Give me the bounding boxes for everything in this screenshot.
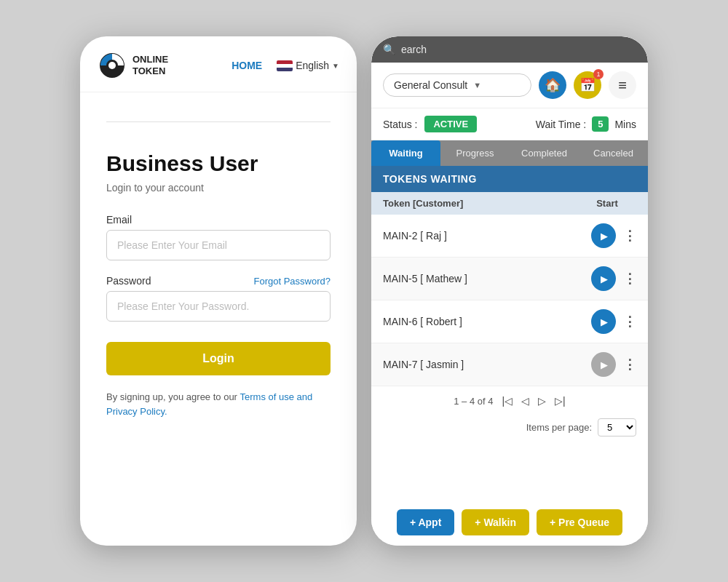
status-left: Status : ACTIVE <box>383 116 477 132</box>
status-right: Wait Time : 5 Mins <box>536 116 636 132</box>
wait-unit: Mins <box>614 119 636 130</box>
pagination: 1 – 4 of 4 |◁ ◁ ▷ ▷| <box>371 386 648 415</box>
more-options-button[interactable]: ⋮ <box>623 356 636 372</box>
tokens-header: TOKENS WAITING <box>371 166 648 192</box>
more-options-button[interactable]: ⋮ <box>623 228 636 244</box>
password-header: Password Forgot Password? <box>106 275 331 287</box>
phones-container: ONLINE TOKEN HOME English ▼ <box>0 0 728 582</box>
terms-link[interactable]: Terms of use and Privacy Policy. <box>106 391 312 417</box>
header-nav: HOME English ▼ <box>232 60 339 71</box>
login-subtitle: Login to your account <box>106 182 331 194</box>
right-phone-inner: 🔍 earch General Consult ▼ 🏠 📅 1 ≡ <box>371 36 648 546</box>
tab-waiting[interactable]: Waiting <box>371 140 440 166</box>
chevron-down-icon: ▼ <box>332 62 339 70</box>
more-options-button[interactable]: ⋮ <box>623 271 636 287</box>
right-phone: 🔍 earch General Consult ▼ 🏠 📅 1 ≡ <box>371 36 648 546</box>
play-icon: ▶ <box>601 274 608 284</box>
logo-text: ONLINE TOKEN <box>132 54 168 76</box>
play-button[interactable]: ▶ <box>591 266 616 291</box>
menu-button[interactable]: ≡ <box>609 71 636 99</box>
status-badge: ACTIVE <box>424 116 477 132</box>
next-page-button[interactable]: ▷ <box>538 395 546 407</box>
wait-time-value: 5 <box>592 116 609 132</box>
language-selector[interactable]: English ▼ <box>277 60 339 71</box>
prequeue-button[interactable]: + Pre Queue <box>537 509 622 535</box>
table-row: MAIN-5 [ Mathew ] ▶ ⋮ <box>371 258 648 300</box>
prev-page-button[interactable]: ◁ <box>521 395 529 407</box>
last-page-button[interactable]: ▷| <box>555 395 566 407</box>
email-group: Email <box>106 214 331 260</box>
col-token-header: Token [Customer] <box>383 198 578 209</box>
items-per-page-label: Items per page: <box>526 422 592 433</box>
tab-completed[interactable]: Completed <box>510 140 579 166</box>
play-icon: ▶ <box>601 316 608 327</box>
wait-label: Wait Time : <box>536 119 587 130</box>
table-header: Token [Customer] Start <box>371 192 648 215</box>
play-icon: ▶ <box>601 359 608 370</box>
tabs-bar: Waiting Progress Completed Canceled <box>371 140 648 166</box>
search-icon: 🔍 <box>383 44 395 55</box>
tab-progress[interactable]: Progress <box>440 140 510 166</box>
tokens-list: MAIN-2 [ Raj ] ▶ ⋮ MAIN-5 [ Mathew ] ▶ ⋮… <box>371 215 648 386</box>
lang-label: English <box>296 60 329 71</box>
right-header: General Consult ▼ 🏠 📅 1 ≡ <box>371 63 648 108</box>
table-row: MAIN-6 [ Robert ] ▶ ⋮ <box>371 300 648 343</box>
play-button[interactable]: ▶ <box>591 352 616 377</box>
left-header: ONLINE TOKEN HOME English ▼ <box>80 36 357 92</box>
items-per-page: Items per page: 5 10 20 <box>371 415 648 444</box>
token-name: MAIN-5 [ Mathew ] <box>383 273 591 284</box>
search-bar[interactable]: 🔍 earch <box>371 36 648 63</box>
status-bar: Status : ACTIVE Wait Time : 5 Mins <box>371 108 648 140</box>
service-label: General Consult <box>394 79 467 91</box>
bottom-actions: + Appt + Walkin + Pre Queue <box>371 499 648 546</box>
page-title: Business User <box>106 151 331 176</box>
tab-canceled[interactable]: Canceled <box>579 140 648 166</box>
nav-home-link[interactable]: HOME <box>232 60 262 71</box>
email-field[interactable] <box>106 230 331 260</box>
divider <box>106 121 331 122</box>
email-label: Email <box>106 214 331 226</box>
login-button[interactable]: Login <box>106 342 331 375</box>
search-text: earch <box>401 44 427 55</box>
col-start-header: Start <box>578 198 636 209</box>
per-page-select[interactable]: 5 10 20 <box>598 418 636 436</box>
status-label: Status : <box>383 119 417 130</box>
notification-badge: 1 <box>593 69 604 79</box>
chevron-down-icon: ▼ <box>473 81 481 89</box>
logo-line2: TOKEN <box>132 65 168 77</box>
token-name: MAIN-7 [ Jasmin ] <box>383 359 591 370</box>
walkin-button[interactable]: + Walkin <box>462 509 529 535</box>
password-field[interactable] <box>106 291 331 322</box>
token-name: MAIN-6 [ Robert ] <box>383 316 591 327</box>
flag-icon <box>277 60 293 71</box>
logo-icon <box>98 51 127 80</box>
table-row: MAIN-7 [ Jasmin ] ▶ ⋮ <box>371 343 648 386</box>
terms-text: By signing up, you agree to our Terms of… <box>106 390 331 418</box>
home-button[interactable]: 🏠 <box>539 71 566 99</box>
appt-button[interactable]: + Appt <box>397 509 454 535</box>
password-group: Password Forgot Password? <box>106 275 331 322</box>
forgot-password-link[interactable]: Forgot Password? <box>254 276 331 287</box>
play-icon: ▶ <box>601 231 608 242</box>
svg-point-1 <box>108 62 116 69</box>
left-content: Business User Login to your account Emai… <box>80 92 357 436</box>
first-page-button[interactable]: |◁ <box>502 395 513 407</box>
calendar-button[interactable]: 📅 1 <box>574 71 601 99</box>
left-phone: ONLINE TOKEN HOME English ▼ <box>80 36 357 546</box>
more-options-button[interactable]: ⋮ <box>623 314 636 330</box>
pagination-text: 1 – 4 of 4 <box>454 396 493 407</box>
play-button[interactable]: ▶ <box>591 223 616 248</box>
token-name: MAIN-2 [ Raj ] <box>383 230 591 242</box>
logo: ONLINE TOKEN <box>98 51 168 80</box>
table-row: MAIN-2 [ Raj ] ▶ ⋮ <box>371 215 648 258</box>
play-button[interactable]: ▶ <box>591 309 616 334</box>
logo-line1: ONLINE <box>132 54 168 65</box>
service-dropdown[interactable]: General Consult ▼ <box>383 73 531 97</box>
password-label: Password <box>106 275 151 287</box>
